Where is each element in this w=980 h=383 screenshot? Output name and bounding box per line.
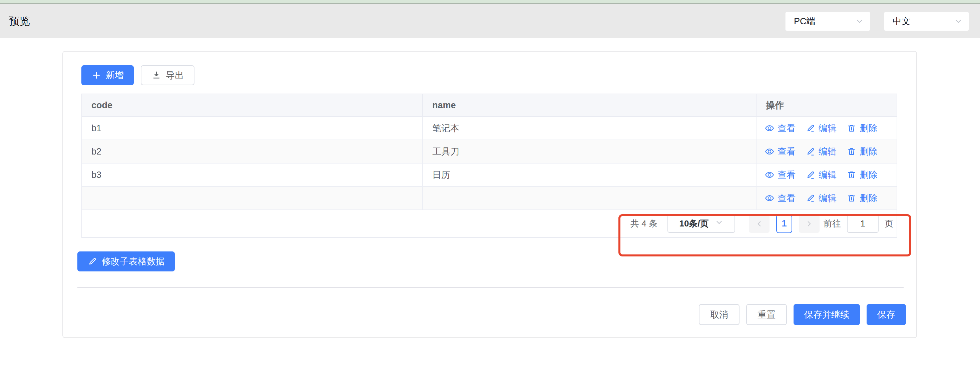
table-row: b1笔记本查看编辑删除 [82, 117, 897, 140]
row-delete-link[interactable]: 删除 [846, 169, 878, 181]
cell-name [423, 187, 757, 209]
reset-button[interactable]: 重置 [746, 304, 787, 325]
next-page-button[interactable] [799, 215, 819, 233]
cell-actions: 查看编辑删除 [757, 187, 897, 209]
column-header-code: code [82, 94, 423, 116]
row-view-link[interactable]: 查看 [765, 169, 795, 181]
row-view-link[interactable]: 查看 [765, 122, 795, 134]
table-row: 查看编辑删除 [82, 187, 897, 210]
eye-icon [765, 170, 775, 180]
cell-name: 日历 [423, 163, 757, 186]
row-delete-link[interactable]: 删除 [846, 146, 878, 158]
data-table: code name 操作 b1笔记本查看编辑删除b2工具刀查看编辑删除b3日历查… [81, 93, 897, 238]
table-footer: 共 4 条 10条/页 1 前 [82, 210, 897, 237]
table-row: b3日历查看编辑删除 [82, 163, 897, 187]
chevron-left-icon [755, 220, 764, 228]
row-edit-link[interactable]: 编辑 [805, 192, 837, 204]
modify-subtable-label: 修改子表格数据 [102, 255, 165, 267]
table-toolbar: 新增 导出 [81, 65, 194, 85]
language-select[interactable]: 中文 [884, 12, 969, 31]
cell-name: 工具刀 [423, 140, 757, 163]
cancel-button[interactable]: 取消 [699, 304, 740, 325]
pencil-icon [88, 256, 97, 266]
export-button-label: 导出 [166, 69, 184, 81]
pencil-icon [805, 193, 816, 203]
eye-icon [765, 123, 775, 133]
row-edit-link[interactable]: 编辑 [805, 169, 837, 181]
row-edit-link[interactable]: 编辑 [805, 146, 837, 158]
cell-actions: 查看编辑删除 [757, 140, 897, 163]
form-action-buttons: 取消 重置 保存并继续 保存 [63, 304, 915, 325]
row-delete-link[interactable]: 删除 [846, 122, 878, 134]
modify-subtable-button[interactable]: 修改子表格数据 [77, 252, 175, 271]
save-button[interactable]: 保存 [867, 304, 906, 325]
pencil-icon [805, 170, 816, 180]
cell-name: 笔记本 [423, 117, 757, 139]
table-header-row: code name 操作 [82, 94, 897, 117]
chevron-down-icon [954, 17, 963, 25]
cell-code: b2 [82, 140, 423, 163]
add-button-label: 新增 [106, 69, 124, 81]
cell-actions: 查看编辑删除 [757, 163, 897, 186]
page-size-select[interactable]: 10条/页 [667, 215, 735, 233]
goto-label: 前往 [824, 218, 841, 229]
page-size-value: 10条/页 [679, 218, 708, 229]
row-delete-link[interactable]: 删除 [846, 192, 878, 204]
trash-icon [846, 147, 857, 157]
trash-icon [846, 193, 857, 203]
pagination-total: 共 4 条 [630, 218, 657, 229]
page-header: 预览 PC端 中文 [0, 4, 980, 38]
add-button[interactable]: 新增 [81, 65, 134, 85]
cell-code: b3 [82, 163, 423, 186]
table-body: b1笔记本查看编辑删除b2工具刀查看编辑删除b3日历查看编辑删除查看编辑删除 [82, 117, 897, 210]
column-header-actions: 操作 [757, 94, 897, 116]
row-edit-link[interactable]: 编辑 [805, 122, 837, 134]
cell-code: b1 [82, 117, 423, 139]
header-selects: PC端 中文 [785, 12, 969, 31]
trash-icon [846, 123, 857, 133]
page-title: 预览 [9, 14, 30, 28]
current-page-button[interactable]: 1 [776, 214, 792, 233]
download-icon [151, 70, 161, 80]
row-view-link[interactable]: 查看 [765, 146, 795, 158]
column-header-name: name [423, 94, 757, 116]
goto-page-input[interactable] [847, 215, 878, 233]
trash-icon [846, 170, 857, 180]
row-view-link[interactable]: 查看 [765, 192, 795, 204]
chevron-down-icon [855, 17, 864, 25]
eye-icon [765, 147, 775, 157]
export-button[interactable]: 导出 [141, 65, 194, 85]
pagination: 共 4 条 10条/页 1 前 [630, 214, 893, 233]
prev-page-button[interactable] [749, 215, 770, 233]
top-strip [0, 0, 980, 3]
cell-code [82, 187, 423, 209]
form-divider [77, 287, 904, 288]
cell-actions: 查看编辑删除 [757, 117, 897, 139]
eye-icon [765, 193, 775, 203]
chevron-right-icon [805, 220, 813, 228]
save-and-continue-button[interactable]: 保存并继续 [794, 304, 860, 325]
pencil-icon [805, 123, 816, 133]
chevron-down-icon [715, 218, 724, 229]
device-select[interactable]: PC端 [785, 12, 870, 31]
goto-unit: 页 [885, 218, 893, 229]
pencil-icon [805, 147, 816, 157]
form-card: 新增 导出 code name 操作 b1笔记本查看编辑删除b2工具刀查看编辑删… [62, 51, 917, 338]
device-select-value: PC端 [794, 15, 816, 27]
table-row: b2工具刀查看编辑删除 [82, 140, 897, 163]
plus-icon [91, 70, 102, 80]
language-select-value: 中文 [892, 15, 911, 27]
